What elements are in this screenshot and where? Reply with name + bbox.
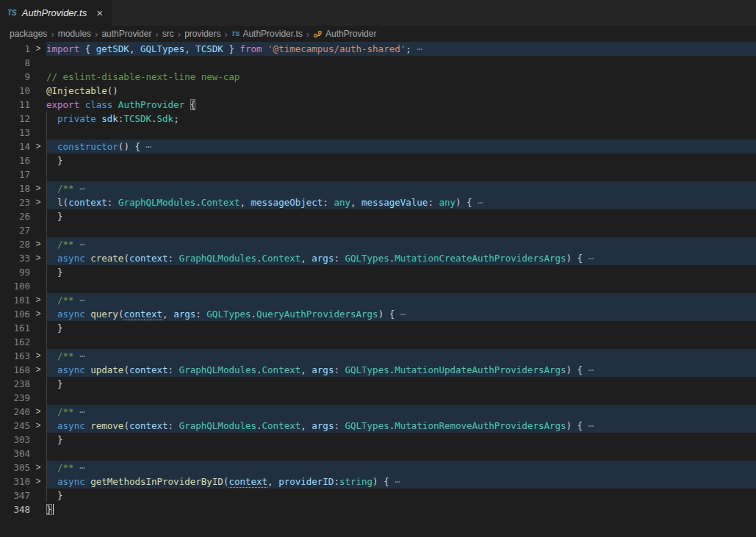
code-content[interactable]: /** ⋯ — [46, 405, 756, 419]
line-number: 13 — [0, 126, 30, 140]
fold-chevron-icon[interactable]: > — [30, 140, 46, 154]
fold-ellipsis[interactable]: ⋯ — [74, 350, 85, 361]
fold-ellipsis[interactable]: ⋯ — [74, 406, 85, 417]
code-content[interactable] — [46, 335, 756, 349]
fold-chevron-icon[interactable]: > — [30, 363, 46, 377]
fold-chevron-icon[interactable]: > — [30, 405, 46, 419]
code-content[interactable]: /** ⋯ — [46, 237, 756, 251]
code-content[interactable] — [46, 279, 756, 293]
breadcrumb-separator-icon: › — [225, 29, 228, 40]
code-content[interactable]: } — [46, 154, 756, 167]
fold-chevron-icon[interactable]: > — [30, 181, 46, 195]
code-content[interactable]: l(context: GraphQLModules.Context, messa… — [46, 195, 756, 209]
code-content[interactable]: } — [46, 489, 756, 502]
token-pn — [46, 476, 57, 487]
code-content[interactable] — [46, 391, 756, 405]
token-ty: any — [439, 197, 456, 208]
fold-ellipsis[interactable]: ⋯ — [583, 364, 594, 375]
tab-authprovider[interactable]: TS AuthProvider.ts × — [0, 0, 112, 26]
fold-ellipsis[interactable]: ⋯ — [411, 43, 422, 54]
close-icon[interactable]: × — [96, 7, 103, 18]
editor[interactable]: 1>import { getSDK, GQLTypes, TCSDK } fro… — [0, 42, 756, 516]
fold-ellipsis[interactable]: ⋯ — [74, 239, 85, 250]
indent-guide — [46, 293, 47, 307]
code-content[interactable] — [46, 447, 756, 461]
code-content[interactable]: } — [46, 433, 756, 447]
code-content[interactable]: async remove(context: GraphQLModules.Con… — [46, 419, 756, 433]
indent-guide — [46, 377, 47, 391]
fold-chevron-icon[interactable]: > — [30, 349, 46, 363]
code-content[interactable]: async create(context: GraphQLModules.Con… — [46, 251, 756, 265]
code-content[interactable]: } — [46, 265, 756, 279]
breadcrumb-item-modules[interactable]: modules — [58, 29, 91, 39]
fold-chevron-icon[interactable]: > — [30, 237, 46, 251]
code-content[interactable]: } — [46, 209, 756, 223]
fold-ellipsis[interactable]: ⋯ — [74, 183, 85, 194]
breadcrumb-item-authprovider[interactable]: AuthProvider — [313, 29, 376, 39]
code-content[interactable]: private sdk:TCSDK.Sdk; — [46, 112, 756, 126]
code-content[interactable]: /** ⋯ — [46, 349, 756, 363]
code-content[interactable]: } — [46, 377, 756, 391]
fold-chevron-icon[interactable]: > — [30, 475, 46, 489]
indent-guide — [46, 349, 47, 363]
token-pn — [46, 113, 57, 124]
token-ty: Context — [262, 420, 301, 431]
fold-chevron-icon[interactable]: > — [30, 419, 46, 433]
fold-ellipsis[interactable]: ⋯ — [74, 295, 85, 306]
fold-chevron-icon[interactable]: > — [30, 307, 46, 321]
token-vr: providerID — [278, 476, 334, 487]
fold-ellipsis[interactable]: ⋯ — [583, 420, 594, 431]
code-line-33: 33> async create(context: GraphQLModules… — [0, 251, 756, 265]
code-content[interactable]: } — [46, 502, 756, 516]
code-content[interactable] — [46, 167, 756, 181]
code-content[interactable]: } — [46, 321, 756, 335]
token-vr: GQLTypes — [140, 43, 184, 54]
gutter: 99 — [0, 265, 46, 279]
fold-chevron-placeholder — [30, 70, 46, 84]
code-content[interactable]: async update(context: GraphQLModules.Con… — [46, 363, 756, 377]
fold-ellipsis[interactable]: ⋯ — [472, 197, 483, 208]
fold-chevron-icon[interactable]: > — [30, 251, 46, 265]
breadcrumb-item-packages[interactable]: packages — [10, 29, 47, 39]
fold-ellipsis[interactable]: ⋯ — [140, 141, 151, 152]
code-content[interactable] — [46, 126, 756, 140]
indent-guide — [46, 405, 47, 419]
fold-chevron-placeholder — [30, 84, 46, 98]
breadcrumb-item-src[interactable]: src — [162, 29, 174, 39]
code-content[interactable]: /** ⋯ — [46, 293, 756, 307]
code-content[interactable]: /** ⋯ — [46, 181, 756, 195]
code-content[interactable]: // eslint-disable-next-line new-cap — [46, 70, 756, 84]
fold-chevron-icon[interactable]: > — [30, 461, 46, 475]
breadcrumb-separator-icon: › — [306, 29, 309, 40]
breadcrumb-item-authprovider[interactable]: authProvider — [101, 29, 151, 39]
code-content[interactable]: @Injectable() — [46, 84, 756, 98]
token-ty: any — [334, 197, 350, 208]
fold-ellipsis[interactable]: ⋯ — [389, 476, 400, 487]
code-content[interactable]: import { getSDK, GQLTypes, TCSDK } from … — [46, 42, 756, 56]
code-content[interactable] — [46, 223, 756, 237]
gutter: 348 — [0, 502, 46, 516]
line-number: 26 — [0, 209, 30, 223]
token-pn: ) { — [566, 253, 583, 264]
code-content[interactable]: async getMethodsInProviderByID(context, … — [46, 475, 756, 489]
fold-ellipsis[interactable]: ⋯ — [74, 462, 85, 473]
code-content[interactable]: export class AuthProvider { — [46, 98, 756, 112]
line-number: 168 — [0, 363, 30, 377]
fold-chevron-icon[interactable]: > — [30, 42, 46, 56]
code-content[interactable]: async query(context, args: GQLTypes.Quer… — [46, 307, 756, 321]
fold-ellipsis[interactable]: ⋯ — [395, 309, 406, 320]
fold-ellipsis[interactable]: ⋯ — [583, 253, 594, 264]
token-pn: : — [107, 197, 118, 208]
code-line-11: 11export class AuthProvider { — [0, 98, 756, 112]
breadcrumb-item-authprovider-ts[interactable]: TSAuthProvider.ts — [231, 29, 303, 39]
code-line-18: 18> /** ⋯ — [0, 181, 756, 195]
fold-chevron-icon[interactable]: > — [30, 293, 46, 307]
breadcrumb-label: src — [162, 29, 174, 39]
breadcrumb-item-providers[interactable]: providers — [184, 29, 220, 39]
token-ty: GraphQLModules — [179, 253, 256, 264]
code-content[interactable]: constructor() { ⋯ — [46, 140, 756, 154]
code-content[interactable] — [46, 56, 756, 70]
fold-chevron-placeholder — [30, 502, 46, 516]
fold-chevron-icon[interactable]: > — [30, 195, 46, 209]
code-content[interactable]: /** ⋯ — [46, 461, 756, 475]
